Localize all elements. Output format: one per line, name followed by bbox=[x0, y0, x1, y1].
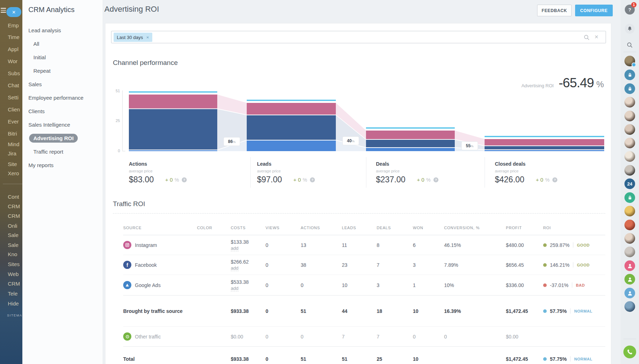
column-header: ROI bbox=[543, 226, 605, 230]
user-avatar[interactable] bbox=[624, 165, 635, 176]
counter-badge[interactable]: 24 bbox=[624, 178, 635, 189]
strip-item[interactable]: Wor bbox=[8, 58, 17, 65]
rail-divider bbox=[623, 339, 636, 339]
locked-chat-icon[interactable] bbox=[624, 192, 635, 203]
strip-item[interactable]: CRM bbox=[8, 203, 20, 210]
sidebar-item-initial[interactable]: Initial bbox=[28, 50, 101, 64]
strip-item[interactable]: Web bbox=[8, 271, 19, 278]
sidebar-item-employee-performance[interactable]: Employee performance bbox=[28, 91, 101, 104]
user-avatar[interactable] bbox=[624, 220, 635, 230]
strip-item[interactable]: Cont bbox=[8, 193, 19, 200]
strip-item[interactable]: Time bbox=[8, 34, 20, 41]
won-cell: 3 bbox=[413, 262, 444, 268]
stage-card-price: $97.00 bbox=[257, 175, 282, 184]
report-card: Last 30 days ✕ ✕ Channel performance Adv… bbox=[105, 23, 611, 364]
locked-chat-icon[interactable] bbox=[624, 83, 635, 94]
column-header: WON bbox=[413, 226, 444, 230]
sitemap-link[interactable]: SITEMA bbox=[7, 314, 22, 317]
leads-cell: 23 bbox=[342, 262, 377, 268]
strip-item[interactable]: Bitri bbox=[8, 130, 17, 137]
strip-item[interactable]: Mind bbox=[8, 141, 20, 148]
strip-item[interactable]: Kno bbox=[8, 251, 17, 258]
won-cell: 0 bbox=[413, 334, 444, 340]
user-avatar[interactable] bbox=[624, 56, 635, 66]
sidebar-item-sales[interactable]: Sales bbox=[28, 77, 101, 91]
strip-item[interactable]: CRM bbox=[8, 213, 20, 220]
search-button[interactable] bbox=[625, 40, 635, 50]
strip-item[interactable]: Ever bbox=[8, 118, 19, 125]
table-row: Instagram$133.38add013118646.15%$480.002… bbox=[123, 235, 605, 255]
filter-chip[interactable]: Last 30 days ✕ bbox=[114, 33, 152, 42]
strip-item[interactable]: Clien bbox=[8, 106, 20, 113]
chip-remove-icon[interactable]: ✕ bbox=[146, 35, 149, 39]
won-cell: 10 bbox=[413, 308, 444, 314]
strip-item[interactable]: Hide bbox=[8, 300, 19, 307]
strip-item[interactable]: Onli bbox=[8, 222, 17, 230]
user-avatar[interactable] bbox=[624, 301, 635, 312]
person-icon[interactable] bbox=[624, 260, 635, 271]
leads-cell: 51 bbox=[342, 356, 377, 362]
strip-item[interactable]: Appl bbox=[8, 46, 18, 53]
strip-item[interactable]: Site bbox=[8, 161, 17, 168]
person-icon[interactable] bbox=[624, 288, 635, 298]
call-button[interactable] bbox=[623, 346, 636, 358]
user-avatar[interactable] bbox=[624, 233, 635, 244]
strip-item[interactable]: Tele bbox=[8, 290, 18, 297]
strip-item[interactable]: Jira bbox=[8, 150, 16, 157]
roi-value: -37.01% bbox=[550, 282, 568, 288]
user-avatar[interactable] bbox=[624, 206, 635, 216]
deals-cell: 7 bbox=[377, 262, 413, 268]
feedback-button[interactable]: FEEDBACK bbox=[537, 5, 572, 16]
views-cell: 0 bbox=[266, 282, 301, 288]
won-cell: 1 bbox=[413, 282, 444, 288]
notifications-button[interactable] bbox=[625, 24, 635, 34]
help-icon[interactable]: ? bbox=[433, 177, 438, 182]
strip-item[interactable]: Setti bbox=[8, 94, 18, 101]
roi-value: 259.87% bbox=[550, 242, 569, 248]
close-panel-button[interactable]: ✕ bbox=[6, 7, 21, 17]
sidebar-item-my-reports[interactable]: My reports bbox=[28, 158, 101, 172]
strip-item[interactable]: CRM bbox=[8, 280, 20, 287]
strip-item[interactable]: Subs bbox=[8, 70, 20, 77]
column-header: DEALS bbox=[377, 226, 413, 230]
help-icon[interactable]: ? bbox=[552, 177, 557, 182]
views-cell: 0 bbox=[266, 356, 301, 362]
strip-item[interactable]: Sale bbox=[8, 242, 18, 249]
source-cell: Total bbox=[123, 356, 197, 362]
add-cost-link[interactable]: add bbox=[231, 246, 239, 251]
strip-item[interactable]: Emp bbox=[8, 22, 19, 29]
sidebar-item-all[interactable]: All bbox=[28, 37, 101, 50]
configure-button[interactable]: CONFIGURE bbox=[575, 5, 613, 16]
user-avatar[interactable] bbox=[624, 247, 635, 257]
user-avatar[interactable] bbox=[624, 97, 635, 107]
right-rail: ?124 bbox=[621, 0, 639, 364]
user-avatar[interactable] bbox=[624, 124, 635, 135]
user-avatar[interactable] bbox=[624, 111, 635, 121]
sidebar-item-lead-analysis[interactable]: Lead analysis bbox=[28, 23, 101, 37]
actions-cell: 0 bbox=[301, 334, 342, 340]
add-cost-link[interactable]: add bbox=[231, 266, 239, 271]
stage-card-subtitle: average price bbox=[376, 169, 485, 173]
person-icon[interactable] bbox=[624, 274, 635, 285]
hamburger-icon[interactable] bbox=[1, 8, 6, 13]
column-header: PROFIT bbox=[506, 226, 543, 230]
sidebar-item-traffic-report[interactable]: Traffic report bbox=[28, 145, 101, 158]
strip-item[interactable]: Chat bbox=[8, 82, 19, 89]
locked-chat-icon[interactable] bbox=[624, 70, 635, 80]
table-row: Total$933.38051512510$1,472.4557.75%NORM… bbox=[123, 347, 605, 364]
sidebar-item-sales-intelligence[interactable]: Sales Intelligence bbox=[28, 118, 101, 131]
strip-item[interactable]: Sites bbox=[8, 261, 20, 268]
strip-item[interactable]: Xero bbox=[8, 170, 19, 177]
user-avatar[interactable] bbox=[624, 151, 635, 162]
user-avatar[interactable] bbox=[624, 138, 635, 148]
help-icon[interactable]: ? bbox=[182, 177, 187, 182]
search-icon[interactable] bbox=[584, 34, 590, 40]
sidebar-item-clients[interactable]: Clients bbox=[28, 104, 101, 118]
clear-filter-icon[interactable]: ✕ bbox=[594, 34, 599, 40]
sidebar-item-advertising-roi[interactable]: Advertising ROI bbox=[28, 131, 101, 145]
strip-item[interactable]: Sale bbox=[8, 232, 18, 239]
sidebar-item-repeat[interactable]: Repeat bbox=[28, 64, 101, 77]
filter-input[interactable]: Last 30 days ✕ ✕ bbox=[111, 31, 606, 43]
add-cost-link[interactable]: add bbox=[231, 286, 239, 291]
help-icon[interactable]: ? bbox=[310, 177, 315, 182]
